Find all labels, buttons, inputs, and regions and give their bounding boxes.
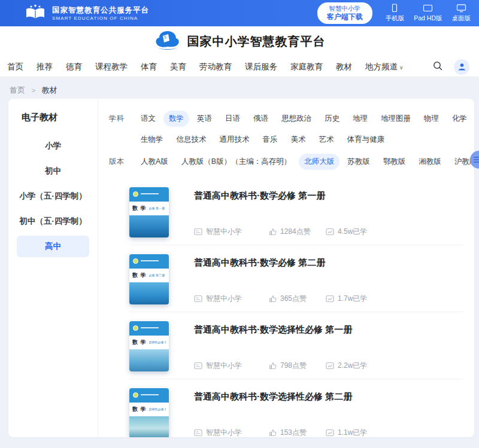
cover-tag: 选择性必修 第一册 [149, 341, 166, 345]
client-download-button[interactable]: 智慧中小学 客户端下载 [317, 2, 372, 24]
cloud-book-logo-icon [154, 30, 181, 54]
subject-chip-japanese[interactable]: 日语 [220, 111, 245, 127]
subject-chip-geo-atlas[interactable]: 地理图册 [375, 111, 416, 127]
site-header: 国家中小学智慧教育平台 [0, 26, 479, 57]
book-info: 普通高中教科书·数学选择性必修 第一册 智慧中小学 798点赞 2.2w已学 [194, 321, 460, 371]
cover-tag: 必修 第二册 [149, 274, 165, 278]
nav-item-course-teaching[interactable]: 课程教学 [95, 62, 128, 72]
cover-art [129, 215, 169, 237]
learned-label: 4.5w已学 [338, 227, 367, 237]
subject-chip-politics[interactable]: 思想政治 [276, 111, 317, 127]
edition-chip-sujiao[interactable]: 苏教版 [342, 154, 375, 170]
platform-logo[interactable]: 国家智慧教育公共服务平台 SMART EDUCATION OF CHINA [24, 4, 149, 22]
subject-chip-general-tech[interactable]: 通用技术 [214, 132, 255, 148]
pad-hd-version-link[interactable]: Pad HD版 [414, 4, 442, 23]
thumbs-up-icon [269, 362, 277, 370]
top-bar: 国家智慧教育公共服务平台 SMART EDUCATION OF CHINA 智慧… [0, 0, 479, 26]
book-row-math-required-1[interactable]: 数 学 必修 第一册 普通高中教科书·数学必修 第一册 智慧中小学 1284点赞… [129, 178, 463, 245]
nav-item-labor-education[interactable]: 劳动教育 [199, 62, 232, 72]
subject-chip-math[interactable]: 数学 [163, 111, 189, 127]
cover-subject: 数 学 [132, 272, 147, 279]
subject-chip-chinese[interactable]: 语文 [135, 111, 161, 127]
edition-chip-pep-b[interactable]: 人教版（B版）（主编：高存明） [176, 154, 296, 170]
subject-chip-music[interactable]: 音乐 [257, 132, 283, 148]
edition-chips: 人教A版 人教版（B版）（主编：高存明） 北师大版 苏教版 鄂教版 湘教版 沪教… [134, 154, 474, 175]
nav-item-home[interactable]: 首页 [7, 62, 23, 72]
nav-item-aesthetic[interactable]: 美育 [170, 62, 186, 72]
publisher-label: 智慧中小学 [206, 428, 242, 437]
nav-item-local-channels[interactable]: 地方频道∨ [365, 62, 404, 72]
learned-label: 1.1w已学 [338, 428, 367, 437]
likes-label: 798点赞 [280, 361, 307, 371]
nav-item-moral-education[interactable]: 德育 [66, 62, 82, 72]
sidebar-title: 电子教材 [14, 112, 92, 123]
book-info: 普通高中教科书·数学必修 第一册 智慧中小学 1284点赞 4.5w已学 [194, 187, 460, 237]
search-icon[interactable] [432, 60, 443, 73]
sidebar-item-primary[interactable]: 小学 [17, 135, 89, 157]
subject-chip-english[interactable]: 英语 [192, 111, 217, 127]
subject-chip-pe-health[interactable]: 体育与健康 [342, 132, 390, 148]
nav-item-after-school[interactable]: 课后服务 [245, 62, 277, 72]
subject-chip-art[interactable]: 美术 [286, 132, 311, 148]
thumbs-up-icon [269, 228, 277, 236]
subject-chip-chemistry[interactable]: 化学 [447, 111, 472, 127]
user-avatar[interactable] [454, 59, 469, 75]
sidebar-item-senior[interactable]: 高中 [17, 236, 89, 257]
publisher-icon [194, 295, 202, 303]
local-channels-label: 地方频道 [365, 62, 398, 71]
nav-item-textbooks[interactable]: 教材 [336, 62, 352, 72]
main-nav: 首页 推荐 德育 课程教学 体育 美育 劳动教育 课后服务 家庭教育 教材 地方… [0, 57, 479, 77]
book-cover: 数 学 必修 第一册 [129, 187, 169, 237]
subject-filter-label: 学科 [109, 111, 134, 153]
device-label: 桌面版 [452, 14, 471, 23]
breadcrumb-home[interactable]: 首页 [10, 86, 25, 95]
open-book-logo-icon [24, 4, 47, 22]
edition-chip-xiangjiao[interactable]: 湘教版 [413, 154, 447, 170]
breadcrumb-separator: > [32, 87, 35, 94]
subject-chip-history[interactable]: 历史 [319, 111, 345, 127]
cover-art [129, 349, 169, 371]
publisher-label: 智慧中小学 [206, 294, 242, 304]
subject-chip-arts[interactable]: 艺术 [314, 132, 339, 148]
subject-chip-physics[interactable]: 物理 [419, 111, 444, 127]
publisher-icon [194, 362, 202, 370]
sidebar-item-primary-54[interactable]: 小学（五·四学制） [17, 185, 89, 207]
sidebar-item-junior-54[interactable]: 初中（五·四学制） [17, 211, 89, 232]
mobile-version-link[interactable]: 手机版 [386, 4, 405, 23]
nav-item-family-education[interactable]: 家庭教育 [290, 62, 323, 72]
chevron-down-icon: ∨ [399, 65, 404, 71]
book-title: 普通高中教科书·数学选择性必修 第一册 [194, 324, 460, 336]
nav-item-pe[interactable]: 体育 [141, 62, 157, 72]
likes-label: 365点赞 [280, 294, 307, 304]
cover-logo-dot [133, 258, 138, 264]
desktop-icon [456, 4, 466, 13]
subject-chips-row1: 语文 数学 英语 日语 俄语 思想政治 历史 地理 地理图册 物理 化学 [134, 111, 474, 132]
sidebar-item-junior[interactable]: 初中 [17, 160, 89, 182]
site-title: 国家中小学智慧教育平台 [187, 33, 326, 50]
subject-chip-geography[interactable]: 地理 [347, 111, 373, 127]
publisher-icon [194, 228, 202, 236]
edition-chip-bnu[interactable]: 北师大版 [299, 154, 339, 170]
desktop-version-link[interactable]: 桌面版 [452, 4, 471, 23]
cover-subject: 数 学 [132, 339, 147, 346]
book-info: 普通高中教科书·数学必修 第二册 智慧中小学 365点赞 1.7w已学 [194, 254, 460, 304]
breadcrumb-current: 教材 [42, 86, 57, 95]
book-row-math-required-2[interactable]: 数 学 必修 第二册 普通高中教科书·数学必修 第二册 智慧中小学 365点赞 … [129, 245, 463, 312]
book-meta: 智慧中小学 798点赞 2.2w已学 [194, 361, 460, 371]
topbar-right: 智慧中小学 客户端下载 手机版 Pad HD版 桌面版 [317, 2, 471, 24]
edition-chip-ejiao[interactable]: 鄂教版 [378, 154, 411, 170]
content-area: 学科 语文 数学 英语 日语 俄语 思想政治 历史 地理 地理图册 物理 化学 … [98, 99, 474, 437]
book-meta: 智慧中小学 1284点赞 4.5w已学 [194, 227, 460, 237]
book-row-math-elective-1[interactable]: 数 学 选择性必修 第一册 普通高中教科书·数学选择性必修 第一册 智慧中小学 … [129, 312, 463, 379]
subject-chip-biology[interactable]: 生物学 [135, 132, 169, 148]
book-row-math-elective-2[interactable]: 数 学 选择性必修 第二册 普通高中教科书·数学选择性必修 第二册 智慧中小学 … [129, 379, 463, 437]
nav-item-recommend[interactable]: 推荐 [37, 62, 53, 72]
subject-chip-it[interactable]: 信息技术 [171, 132, 212, 148]
cover-tag: 必修 第一册 [149, 207, 165, 211]
download-line2: 客户端下载 [327, 13, 363, 22]
edition-filter-label: 版本 [109, 154, 134, 175]
cover-art [129, 416, 169, 437]
thumbs-up-icon [269, 295, 277, 303]
edition-chip-pep-a[interactable]: 人教A版 [135, 154, 174, 170]
subject-chip-russian[interactable]: 俄语 [248, 111, 274, 127]
